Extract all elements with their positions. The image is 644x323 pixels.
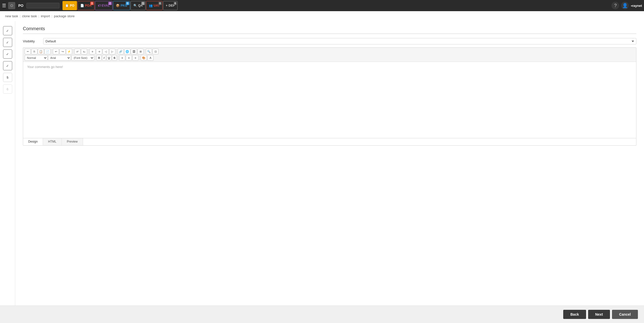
outdent-button[interactable]: ◁ [103,49,109,54]
next-button[interactable]: Next [588,310,610,319]
uat-icon: 👥 [149,4,153,7]
pkg-badge: 0 [126,2,129,5]
brand-logo: •raynet [631,4,642,8]
special-button[interactable]: ⚡ [66,49,72,54]
visibility-row: Visibility Default Public Private [23,38,636,44]
tab-preview[interactable]: Preview [62,138,83,145]
find-button[interactable]: 🔍 [146,49,152,54]
ordered-list-button[interactable]: ≡ [89,49,96,54]
step-5[interactable]: 5 [3,73,12,82]
visibility-select[interactable]: Default Public Private [43,38,636,44]
hamburger-icon[interactable]: ☰ [2,3,6,8]
align-right-button[interactable]: ≡ [132,55,138,61]
sep-t8 [139,55,140,60]
po-icon: 📋 [65,4,69,7]
link-button[interactable]: 🔗 [118,49,124,54]
tab-html[interactable]: HTML [43,138,62,145]
tab-po[interactable]: 📋 PO [62,1,77,10]
unordered-list-button[interactable]: ·≡ [96,49,102,54]
main-content: ✓ ✓ ✓ ✓ 5 6 Comments Visibility Default … [0,21,644,305]
superscript-button[interactable]: x² [74,49,81,54]
breadcrumb-import[interactable]: import [41,14,50,18]
nav-tabs: 📋 PO 📄 POA 3 🏷 EVAL 2 📦 PKG 0 🔍 QA 1 👥 U… [62,1,610,10]
table-button[interactable]: ⊞ [137,49,144,54]
sep-t7 [118,55,118,60]
undo-button[interactable]: ↩ [53,49,59,54]
tab-dep[interactable]: + DEP 0 [163,1,178,10]
paste-button[interactable]: 📋 [38,49,44,54]
qa-badge: 1 [141,2,145,5]
eval-badge: 2 [108,2,112,5]
align-center-button[interactable]: ≡ [126,55,132,61]
poa-icon: 📄 [80,4,84,7]
toolbar-row-2: Normal Heading 1 Heading 2 Arial Times N… [25,55,635,61]
top-nav: ☰ ⬡ PO 📋 PO 📄 POA 3 🏷 EVAL 2 📦 PKG 0 🔍 Q… [0,0,644,11]
tab-uat[interactable]: 👥 UAT 0 [146,1,163,10]
tab-design[interactable]: Design [23,138,43,145]
editor-body[interactable]: Your comments go here! [23,62,636,138]
step-6[interactable]: 6 [3,84,12,94]
strikethrough-button[interactable]: S [112,55,117,61]
font-color-button[interactable]: A [147,55,153,61]
poa-badge: 3 [90,2,94,5]
sep1: | [20,14,20,18]
toolbar: ✂ ⎘ 📋 📄 ↩ ↪ ⚡ x² x₂ ≡ ·≡ ◁ [23,48,636,62]
highlight-button[interactable]: 🎨 [141,55,147,61]
cancel-button[interactable]: Cancel [612,310,638,319]
form-area: Comments Visibility Default Public Priva… [15,21,644,305]
editor-tabs: Design HTML Preview [23,138,636,145]
tab-poa[interactable]: 📄 POA 3 [77,1,95,10]
user-icon[interactable]: 👤 [621,2,629,9]
sep2: | [38,14,39,18]
step-1[interactable]: ✓ [3,26,12,35]
copy-button[interactable]: ⎘ [31,49,37,54]
toolbar-row-1: ✂ ⎘ 📋 📄 ↩ ↪ ⚡ x² x₂ ≡ ·≡ ◁ [25,49,635,54]
breadcrumb-clone-task[interactable]: clone task [22,14,37,18]
font-select[interactable]: Arial Times New Roman [48,55,71,61]
page-wrapper: new task | clone task | import | package… [0,11,644,323]
tab-eval[interactable]: 🏷 EVAL 2 [95,1,113,10]
tab-qa[interactable]: 🔍 QA 1 [131,1,146,10]
sep3: | [52,14,52,18]
nav-search-input[interactable] [26,3,59,8]
size-select[interactable]: (Font Size) 8 10 12 [71,55,94,61]
bold-button[interactable]: B [97,55,102,61]
visibility-label: Visibility [23,39,41,43]
uat-badge: 0 [158,2,162,5]
unlink-button[interactable]: 🌐 [124,49,130,54]
sep-t4 [116,49,117,54]
eval-icon: 🏷 [98,4,101,7]
help-icon[interactable]: ? [611,2,619,9]
nav-logo: ⬡ [8,2,15,9]
image-button[interactable]: 🖼 [131,49,137,54]
tab-pkg[interactable]: 📦 PKG 0 [113,1,130,10]
italic-button[interactable]: I [102,55,106,61]
bottom-actions: Back Next Cancel [0,305,644,323]
underline-button[interactable]: U [106,55,112,61]
qa-icon: 🔍 [133,4,137,7]
align-left-button[interactable]: ≡ [119,55,125,61]
cut-button[interactable]: ✂ [25,49,31,54]
redo-button[interactable]: ↪ [59,49,66,54]
breadcrumb-package-store[interactable]: package store [54,14,75,18]
dep-icon: + [166,4,168,7]
format-select[interactable]: Normal Heading 1 Heading 2 [25,55,48,61]
step-4[interactable]: ✓ [3,61,12,70]
sep-t2 [73,49,73,54]
paste-text-button[interactable]: 📄 [44,49,51,54]
back-button[interactable]: Back [563,310,586,319]
step-3[interactable]: ✓ [3,49,12,59]
breadcrumb-new-task[interactable]: new task [5,14,18,18]
editor-container: ✂ ⎘ 📋 📄 ↩ ↪ ⚡ x² x₂ ≡ ·≡ ◁ [23,47,636,146]
dep-badge: 0 [174,2,177,5]
sep-t6 [95,55,96,60]
indent-button[interactable]: ▷ [109,49,115,54]
nav-title: PO [18,4,23,8]
pkg-icon: 📦 [116,4,120,7]
section-title: Comments [23,26,636,34]
step-2[interactable]: ✓ [3,38,12,47]
subscript-button[interactable]: x₂ [81,49,87,54]
expand-button[interactable]: ⊡ [152,49,159,54]
editor-placeholder: Your comments go here! [27,65,63,69]
step-sidebar: ✓ ✓ ✓ ✓ 5 6 [0,21,15,305]
